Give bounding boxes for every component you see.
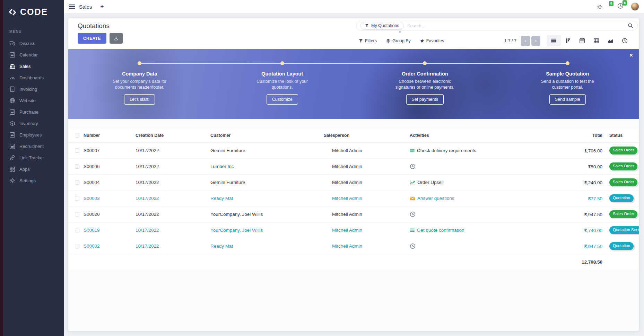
sidebar-item-link-tracker[interactable]: Link Tracker (3, 152, 64, 163)
sidebar-item-invoicing[interactable]: Invoicing (3, 83, 64, 95)
filter-button-group: FiltersGroup ByFavorites (359, 38, 453, 43)
activities-menu[interactable]: 8 (617, 3, 624, 10)
row-checkbox[interactable] (75, 164, 79, 169)
table-row[interactable]: S0002010/17/2022YourCompany, Joel Willis… (68, 206, 639, 222)
column-header-salesperson[interactable]: Salesperson (324, 133, 410, 138)
salesperson-name: Mitchell Admin (332, 196, 362, 201)
column-header-number[interactable]: Number (84, 133, 136, 138)
sidebar-item-label: Link Tracker (19, 155, 44, 160)
cell-activity[interactable]: Order Upsell (410, 180, 566, 185)
sidebar-item-discuss[interactable]: Discuss (3, 38, 64, 49)
column-header-customer[interactable]: Customer (210, 133, 324, 138)
search-input[interactable] (407, 23, 628, 28)
cell-total: ₹1,740.00 (566, 228, 604, 233)
table-row[interactable]: S0000310/17/2022Ready MatMitchell AdminA… (68, 191, 639, 206)
table-row[interactable]: S0000410/17/2022Gemini FurnitureMitchell… (68, 175, 639, 191)
debug-bug-icon[interactable] (597, 4, 603, 10)
search-facet[interactable]: My Quotations × (360, 22, 404, 30)
table-row[interactable]: S0000710/17/2022Gemini FurnitureMitchell… (68, 143, 639, 159)
sidebar-item-inventory[interactable]: Inventory (3, 118, 64, 129)
hamburger-menu-icon[interactable] (69, 4, 75, 9)
page-title: Quotations (78, 22, 110, 30)
sidebar-item-purchase[interactable]: Purchase (3, 106, 64, 118)
sidebar-item-dashboards[interactable]: Dashboards (3, 72, 64, 83)
sidebar-item-apps[interactable]: Apps (3, 163, 64, 175)
cell-salesperson: Mitchell Admin (324, 227, 410, 233)
sidebar-item-calendar[interactable]: Calendar (3, 49, 64, 61)
brand-logo[interactable]: CODE (3, 0, 64, 17)
facet-remove-button[interactable]: × (399, 30, 401, 34)
view-switch-activity[interactable] (618, 35, 632, 46)
create-button[interactable]: CREATE (78, 33, 106, 44)
cell-activity[interactable]: Check delivery requirements (410, 148, 566, 153)
pagination-next-button[interactable]: › (531, 36, 540, 46)
new-tab-button[interactable]: + (101, 3, 104, 10)
cell-salesperson: Mitchell Admin (324, 243, 410, 249)
salesperson-name: Mitchell Admin (332, 212, 362, 217)
sidebar-item-website[interactable]: Website (3, 95, 64, 106)
export-button[interactable] (110, 33, 123, 44)
cell-activity[interactable]: Get quote confirmation (410, 228, 566, 233)
sidebar-item-employees[interactable]: Employees (3, 129, 64, 141)
sidebar-item-settings[interactable]: Settings (3, 175, 64, 186)
sidebar-item-recruitment[interactable]: Recruitment (3, 141, 64, 152)
view-switch-list[interactable] (547, 35, 561, 46)
cell-activity[interactable] (410, 163, 566, 169)
brand-name: CODE (20, 7, 48, 17)
user-avatar[interactable] (631, 2, 639, 11)
view-switch-calendar[interactable] (575, 35, 589, 46)
column-header-creation-date[interactable]: Creation Date (136, 133, 210, 138)
set-payments-button[interactable]: Set payments (406, 94, 444, 105)
column-header-total[interactable]: Total (566, 133, 604, 138)
row-checkbox[interactable] (75, 148, 79, 153)
send-sample-button[interactable]: Send sample (549, 94, 586, 105)
app-name[interactable]: Sales (79, 4, 92, 10)
column-header-status[interactable]: Status (604, 133, 639, 138)
cell-status: Quotation (604, 242, 639, 250)
sidebar: CODE MENU DiscussCalendarSalesDashboards… (3, 0, 64, 336)
row-checkbox[interactable] (75, 244, 79, 248)
group-by-button[interactable]: Group By (386, 38, 411, 43)
invoice-icon (9, 86, 15, 92)
select-all-checkbox[interactable] (75, 133, 79, 138)
step-description: Set your company's data for documents he… (104, 79, 175, 90)
image-icon (9, 52, 15, 58)
column-header-activities[interactable]: Activities (410, 133, 566, 138)
view-switch-kanban[interactable] (561, 35, 575, 46)
cell-customer: YourCompany, Joel Willis (210, 212, 324, 217)
table-row[interactable]: S0000610/17/2022Lumber IncMitchell Admin… (68, 159, 639, 175)
customize-button[interactable]: Customize (267, 94, 298, 105)
table-footer-row: 12,708.50 (68, 254, 639, 269)
step-dot (566, 61, 569, 65)
row-checkbox[interactable] (75, 196, 79, 201)
view-switch-graph[interactable] (603, 35, 618, 46)
cell-activity[interactable] (410, 243, 566, 249)
menu-section-label: MENU (3, 17, 64, 38)
table-row[interactable]: S0000210/17/2022Ready MatMitchell Admin₹… (68, 238, 639, 254)
cell-status: Quotation (604, 194, 639, 202)
kanban-view-icon (565, 38, 571, 44)
table-row[interactable]: S0001910/17/2022YourCompany, Joel Willis… (68, 222, 639, 238)
row-checkbox[interactable] (75, 228, 79, 232)
row-checkbox[interactable] (75, 212, 79, 216)
pagination-prev-button[interactable]: ‹ (521, 36, 530, 46)
cell-salesperson: Mitchell Admin (324, 211, 410, 217)
action-buttons: CREATE (78, 33, 123, 44)
search-bar[interactable]: My Quotations × (356, 21, 638, 30)
cell-number: S00019 (84, 228, 136, 233)
favorites-button[interactable]: Favorites (420, 38, 444, 43)
cell-creation-date: 10/17/2022 (136, 180, 210, 185)
magnifier-icon[interactable] (628, 23, 633, 28)
cell-activity[interactable] (410, 211, 566, 217)
download-icon (114, 36, 119, 41)
button-label: Group By (392, 38, 411, 43)
filters-button[interactable]: Filters (359, 38, 377, 43)
row-checkbox[interactable] (75, 180, 79, 185)
sidebar-item-sales[interactable]: Sales (3, 61, 64, 72)
cell-activity[interactable]: Answer questions (410, 196, 566, 201)
sidebar-item-label: Employees (19, 132, 42, 138)
activities-count-badge: 8 (623, 0, 627, 6)
view-switch-pivot[interactable] (589, 35, 603, 46)
cell-number: S00006 (84, 164, 136, 169)
let-s-start-button[interactable]: Let's start! (124, 94, 155, 105)
